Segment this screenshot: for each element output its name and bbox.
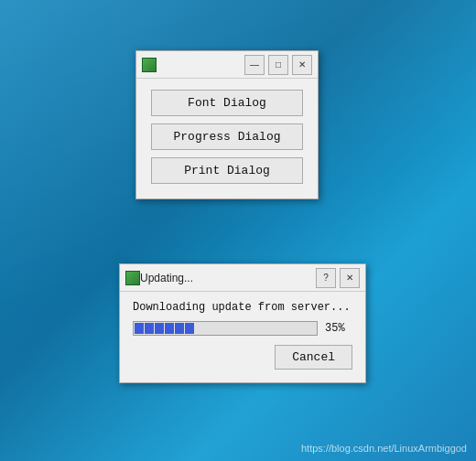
font-dialog-button[interactable]: Font Dialog (151, 90, 303, 116)
progress-chunk (135, 323, 144, 334)
watermark: https://blog.csdn.net/LinuxArmbiggod (301, 443, 467, 454)
progress-title-bar: Updating... ? ✕ (120, 264, 365, 292)
progress-percent: 35% (325, 322, 352, 335)
app-icon (142, 58, 157, 72)
progress-dialog-button[interactable]: Progress Dialog (151, 123, 303, 150)
close-button[interactable]: ✕ (292, 55, 312, 75)
progress-cancel-row: Cancel (133, 345, 352, 370)
progress-chunk (165, 323, 174, 334)
progress-app-icon (125, 271, 140, 285)
cancel-button[interactable]: Cancel (275, 345, 352, 370)
help-button[interactable]: ? (316, 268, 336, 288)
main-title-bar: — □ ✕ (136, 51, 318, 79)
progress-body: Downloading update from server... 35% Ca… (120, 292, 365, 382)
print-dialog-button[interactable]: Print Dialog (151, 157, 303, 184)
progress-bar-track (133, 321, 318, 336)
progress-chunk (155, 323, 164, 334)
main-window-controls: — □ ✕ (244, 55, 312, 75)
progress-chunk (175, 323, 184, 334)
progress-window: Updating... ? ✕ Downloading update from … (119, 263, 366, 383)
minimize-button[interactable]: — (244, 55, 265, 75)
progress-chunk (185, 323, 194, 334)
progress-chunk (145, 323, 154, 334)
progress-window-title: Updating... (140, 272, 316, 284)
progress-bar-container: 35% (133, 321, 352, 336)
progress-window-controls: ? ✕ (316, 268, 360, 288)
progress-close-button[interactable]: ✕ (340, 268, 360, 288)
progress-message: Downloading update from server... (133, 301, 352, 314)
progress-bar-fill (134, 322, 317, 335)
main-window: — □ ✕ Font Dialog Progress Dialog Print … (135, 50, 319, 199)
maximize-button[interactable]: □ (268, 55, 288, 75)
main-button-container: Font Dialog Progress Dialog Print Dialog (136, 79, 318, 188)
